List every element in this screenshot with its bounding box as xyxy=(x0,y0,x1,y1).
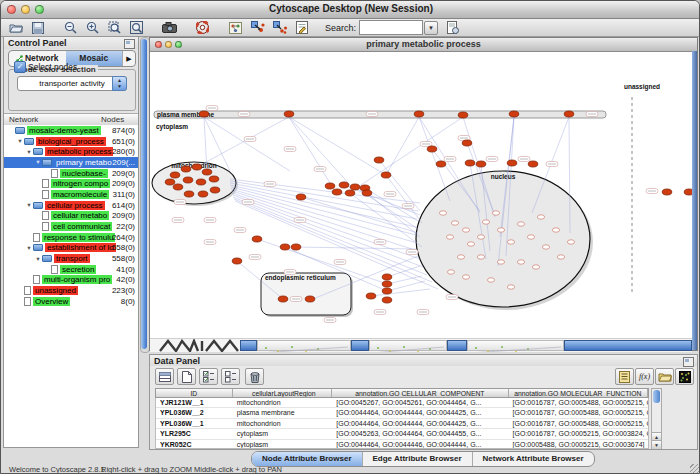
network-node-outline[interactable] xyxy=(451,221,458,225)
network-node[interactable] xyxy=(350,184,360,190)
background-frame-thumbnail[interactable] xyxy=(257,340,351,351)
network-node[interactable] xyxy=(684,189,692,195)
tree-row[interactable]: ▼biological_process651(0) xyxy=(4,136,138,147)
open-session-icon[interactable] xyxy=(8,21,23,34)
network-node[interactable] xyxy=(382,288,392,294)
tree-row[interactable]: Overview8(0) xyxy=(4,296,138,307)
background-frame-titlebar[interactable] xyxy=(447,340,467,351)
scroll-down-icon[interactable]: ▼ xyxy=(652,440,661,449)
expand-collapse-icon[interactable]: ▼ xyxy=(25,245,33,251)
table-column-header[interactable]: annotation.GO CELLULAR_COMPONENT xyxy=(332,389,508,397)
table-column-header[interactable]: ID xyxy=(156,389,233,397)
network-node-outline[interactable] xyxy=(477,235,484,239)
network-node[interactable] xyxy=(381,172,391,178)
tree-row[interactable]: ▼transport558(0) xyxy=(4,253,138,264)
zoom-selected-icon[interactable] xyxy=(107,21,122,34)
network-node-outline[interactable] xyxy=(552,228,559,232)
network-node[interactable] xyxy=(296,194,306,200)
network-node[interactable] xyxy=(199,111,209,117)
network-node-outline[interactable] xyxy=(517,222,524,226)
network-node-outline[interactable] xyxy=(446,235,453,239)
background-frame-thumbnail[interactable] xyxy=(369,340,447,351)
network-node[interactable] xyxy=(509,111,519,117)
network-node[interactable] xyxy=(507,160,517,166)
network-node[interactable] xyxy=(382,281,392,287)
snapshot-icon[interactable] xyxy=(162,21,177,34)
network-node[interactable] xyxy=(198,191,208,197)
network-node[interactable] xyxy=(232,258,242,264)
node-color-dropdown[interactable]: transporter activity ▲▼ xyxy=(17,76,127,91)
network-node[interactable] xyxy=(374,157,384,163)
network-node[interactable] xyxy=(181,166,191,172)
background-frame-titlebar[interactable] xyxy=(240,340,257,351)
network-node[interactable] xyxy=(476,161,486,167)
attribute-list-icon[interactable] xyxy=(615,368,634,385)
network-node[interactable] xyxy=(284,111,294,117)
column-layout-icon[interactable] xyxy=(155,368,174,385)
network-node[interactable] xyxy=(325,183,335,189)
network-node[interactable] xyxy=(210,187,220,193)
zoom-in-icon[interactable] xyxy=(85,21,100,34)
network-node-outline[interactable] xyxy=(457,255,464,259)
network-node[interactable] xyxy=(165,179,175,185)
network-node[interactable] xyxy=(362,190,372,196)
table-row[interactable]: YJR121W__1mitochondrion[GO:0045267, GO:0… xyxy=(156,398,648,408)
tree-row[interactable]: response to stimulu264(0) xyxy=(4,232,138,243)
expand-network-icon[interactable] xyxy=(272,21,287,34)
tree-row[interactable]: cell communicat22(0) xyxy=(4,221,138,232)
table-vertical-scrollbar[interactable]: ▲ ▼ xyxy=(651,388,662,449)
network-node[interactable] xyxy=(462,140,472,146)
table-scrollbar-thumb[interactable] xyxy=(653,390,660,403)
tree-row[interactable]: nucleobase-209(0) xyxy=(4,168,138,179)
network-node-outline[interactable] xyxy=(462,228,469,232)
network-node[interactable] xyxy=(366,293,376,299)
float-panel-icon[interactable] xyxy=(124,39,135,49)
vizmapper-icon[interactable] xyxy=(228,21,243,34)
network-node-outline[interactable] xyxy=(482,220,489,224)
select-first-neighbors-icon[interactable] xyxy=(250,21,265,34)
tree-row[interactable]: unassigned223(0) xyxy=(4,285,138,296)
help-icon[interactable] xyxy=(195,21,210,34)
tree-row[interactable]: mosaic-demo-yeast874(0) xyxy=(4,125,138,136)
network-node[interactable] xyxy=(662,189,672,195)
background-frame-titlebar[interactable] xyxy=(351,340,369,351)
table-row[interactable]: YKR052Ccytoplasm[GO:0044464, GO:0044446,… xyxy=(156,440,648,449)
network-node-outline[interactable] xyxy=(462,275,469,279)
network-node[interactable] xyxy=(465,160,475,166)
frame-titlebar[interactable]: primary metabolic process xyxy=(150,38,697,52)
network-node-outline[interactable] xyxy=(557,255,564,259)
table-row[interactable]: YPL036W__1mitochondrion[GO:0044464, GO:0… xyxy=(156,419,648,429)
table-row[interactable]: YLR295Ccytoplasm[GO:0045263, GO:0044464,… xyxy=(156,429,648,439)
function-builder-icon[interactable]: f(x) xyxy=(635,368,654,385)
zoom-out-icon[interactable] xyxy=(63,21,78,34)
expand-collapse-icon[interactable]: ▼ xyxy=(34,159,42,165)
network-node[interactable] xyxy=(427,146,437,152)
table-row[interactable]: YPL036W__2plasma membrane[GO:0044464, GO… xyxy=(156,408,648,418)
delete-attribute-icon[interactable] xyxy=(245,368,264,385)
search-configure-icon[interactable] xyxy=(445,21,460,34)
network-node-outline[interactable] xyxy=(487,278,494,282)
network-node-outline[interactable] xyxy=(507,240,514,244)
tree-row[interactable]: macromolecule311(0) xyxy=(4,189,138,200)
network-node[interactable] xyxy=(196,179,206,185)
import-attributes-icon[interactable] xyxy=(655,368,674,385)
expand-collapse-icon[interactable]: ▼ xyxy=(25,149,33,155)
zoom-fit-icon[interactable] xyxy=(129,21,144,34)
new-attribute-icon[interactable] xyxy=(177,368,196,385)
network-node-outline[interactable] xyxy=(537,215,544,219)
expand-collapse-icon[interactable]: ▼ xyxy=(16,138,24,144)
network-node[interactable] xyxy=(202,169,212,175)
tree-row[interactable]: ▼establishment of lo558(0) xyxy=(4,243,138,254)
tree-row[interactable]: ▼cellular process614(0) xyxy=(4,200,138,211)
network-node[interactable] xyxy=(332,189,342,195)
unselect-attributes-icon[interactable] xyxy=(221,368,240,385)
network-node-outline[interactable] xyxy=(517,260,524,264)
network-node[interactable] xyxy=(458,112,468,118)
table-header-row[interactable]: ID_cellularLayoutRegionannotation.GO CEL… xyxy=(155,388,649,398)
network-node-outline[interactable] xyxy=(567,240,574,244)
network-node[interactable] xyxy=(252,236,262,242)
background-frame-titlebar[interactable] xyxy=(564,340,692,351)
network-node[interactable] xyxy=(382,297,392,303)
frame-right-scrollbar[interactable] xyxy=(692,51,697,350)
network-node[interactable] xyxy=(345,190,355,196)
